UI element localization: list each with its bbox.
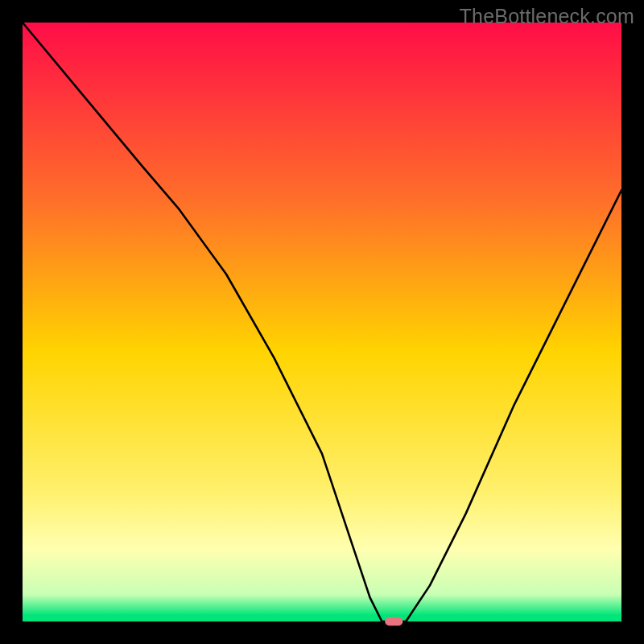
plot-background bbox=[23, 23, 621, 621]
bottleneck-chart: TheBottleneck.com bbox=[0, 0, 644, 644]
chart-svg bbox=[0, 0, 644, 644]
minimum-marker bbox=[385, 617, 402, 625]
